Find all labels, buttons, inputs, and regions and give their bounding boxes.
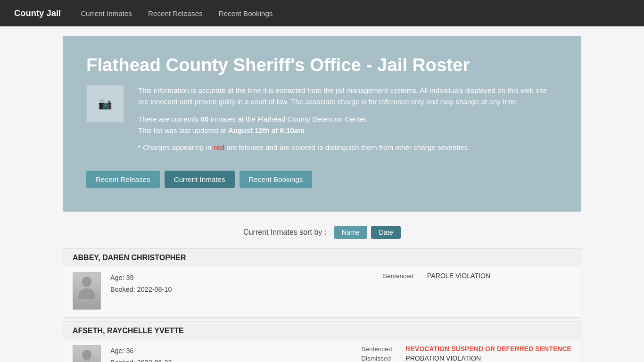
hero-image: 📷: [86, 85, 124, 123]
inmate-booked: Booked: 2022-06-23: [110, 357, 182, 362]
sort-date-btn[interactable]: Date: [371, 226, 400, 239]
hero-text-block: This information is accurate at the time…: [138, 85, 558, 159]
hero-recent-bookings-btn[interactable]: Recent Bookings: [239, 171, 313, 188]
inmate-charges: Sentenced REVOCATION SUSPEND OR DEFERRED…: [361, 345, 571, 362]
sort-label: Current Inmates sort by :: [243, 228, 326, 236]
nav-brand: County Jail: [14, 8, 61, 18]
inmate-card: ABBEY, DAREN CHRISTOPHERAge: 39 Booked: …: [63, 248, 581, 318]
nav-current-inmates[interactable]: Current Inmates: [75, 7, 138, 20]
hero-felony-note: * Charges appearing in red are felonies …: [138, 142, 558, 153]
nav-recent-releases[interactable]: Recent Releases: [142, 7, 208, 20]
inmate-card: AFSETH, RAYCHELLE YVETTEAge: 36 Booked: …: [63, 321, 581, 362]
charge-row: Sentenced PAROLE VIOLATION: [383, 272, 571, 280]
charge-desc: PAROLE VIOLATION: [427, 272, 490, 280]
inmate-name: ABBEY, DAREN CHRISTOPHER: [63, 249, 581, 267]
charge-status: Sentenced: [383, 272, 421, 280]
inmate-name: AFSETH, RAYCHELLE YVETTE: [63, 322, 581, 340]
inmate-charges: Sentenced PAROLE VIOLATION: [383, 272, 571, 310]
sort-bar: Current Inmates sort by : Name Date: [0, 226, 644, 239]
hero-title: Flathead County Sheriff's Office - Jail …: [86, 55, 558, 75]
inmate-booked: Booked: 2022-08-10: [110, 284, 172, 296]
charge-row: Dismissed PROBATION VIOLATION: [361, 354, 571, 362]
nav-recent-bookings[interactable]: Recent Bookings: [213, 7, 279, 20]
inmate-age: Age: 39: [110, 272, 172, 284]
nav-links: Current Inmates Recent Releases Recent B…: [75, 7, 278, 20]
inmate-photo: [73, 345, 101, 362]
charge-desc: REVOCATION SUSPEND OR DEFERRED SENTENCE: [405, 345, 571, 353]
hero-banner: Flathead County Sheriff's Office - Jail …: [63, 36, 581, 212]
inmates-list: ABBEY, DAREN CHRISTOPHERAge: 39 Booked: …: [63, 248, 581, 362]
hero-current-inmates-btn[interactable]: Current Inmates: [165, 171, 235, 188]
hero-disclaimer: This information is accurate at the time…: [138, 85, 558, 108]
svg-point-1: [82, 350, 91, 360]
charge-row: Sentenced REVOCATION SUSPEND OR DEFERRED…: [361, 345, 571, 353]
hero-buttons: Recent Releases Current Inmates Recent B…: [86, 171, 558, 188]
hero-inmate-count: There are currently 80 inmates at the Fl…: [138, 114, 558, 137]
charge-status: Sentenced: [361, 346, 399, 353]
navbar: County Jail Current Inmates Recent Relea…: [0, 0, 644, 26]
hero-recent-releases-btn[interactable]: Recent Releases: [86, 171, 160, 188]
hero-body: 📷 This information is accurate at the ti…: [86, 85, 558, 159]
svg-point-0: [82, 277, 91, 287]
inmate-age: Age: 36: [110, 345, 182, 357]
inmate-details: Age: 36 Booked: 2022-06-23 Court Date: 2…: [110, 345, 182, 362]
sort-name-btn[interactable]: Name: [334, 226, 367, 239]
charge-desc: PROBATION VIOLATION: [405, 354, 481, 362]
inmate-photo: [73, 272, 101, 310]
charge-status: Dismissed: [361, 355, 399, 362]
inmate-details: Age: 39 Booked: 2022-08-10: [110, 272, 172, 310]
